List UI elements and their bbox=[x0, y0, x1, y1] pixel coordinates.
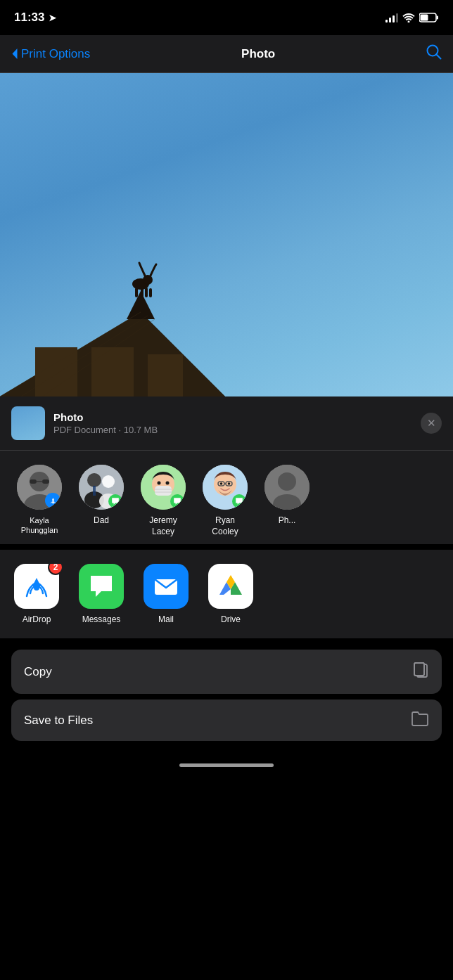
app-label-drive: Drive bbox=[221, 614, 241, 624]
contacts-section: KaylaPhungglan bbox=[0, 451, 453, 544]
app-item-messages[interactable]: Messages bbox=[76, 564, 127, 624]
svg-point-49 bbox=[278, 472, 296, 491]
back-button[interactable]: Print Options bbox=[11, 47, 90, 61]
save-to-files-action-row[interactable]: Save to Files bbox=[11, 699, 442, 741]
airdrop-icon-container: 2 bbox=[14, 564, 59, 609]
signal-bars bbox=[385, 13, 398, 22]
svg-rect-1 bbox=[421, 15, 428, 21]
search-icon bbox=[426, 44, 442, 60]
contact-item-ryan[interactable]: RyanCooley bbox=[197, 465, 253, 537]
contact-name-jeremy: JeremyLacey bbox=[149, 515, 177, 537]
copy-icon bbox=[412, 661, 429, 683]
svg-point-29 bbox=[87, 473, 101, 487]
status-icons bbox=[385, 13, 439, 22]
location-icon: ➤ bbox=[49, 13, 56, 23]
file-details: Photo PDF Document · 10.7 MB bbox=[53, 411, 158, 435]
building-scene-svg bbox=[0, 256, 453, 396]
status-time: 11:33 ➤ bbox=[14, 11, 56, 25]
folder-svg bbox=[411, 711, 429, 726]
back-chevron-icon bbox=[11, 48, 18, 60]
airdrop-badge-kayla bbox=[45, 493, 60, 508]
svg-point-31 bbox=[102, 475, 115, 488]
signal-bar-4 bbox=[396, 13, 398, 22]
svg-rect-16 bbox=[148, 354, 183, 396]
svg-rect-59 bbox=[414, 663, 424, 676]
messages-badge-icon-3 bbox=[235, 497, 243, 505]
app-item-airdrop[interactable]: 2 AirDrop bbox=[11, 564, 62, 624]
messages-badge-icon-2 bbox=[173, 497, 181, 505]
drive-svg bbox=[217, 572, 245, 600]
svg-rect-23 bbox=[30, 479, 37, 484]
messages-badge-ryan bbox=[232, 494, 246, 508]
ph-avatar-svg bbox=[264, 465, 310, 510]
apps-section: 2 AirDrop Messages bbox=[0, 550, 453, 638]
contact-name-kayla: KaylaPhungglan bbox=[21, 515, 58, 536]
contacts-scroll: KaylaPhungglan bbox=[0, 465, 453, 537]
airdrop-badge-icon bbox=[49, 496, 58, 505]
copy-label: Copy bbox=[24, 665, 52, 679]
signal-bar-2 bbox=[389, 18, 391, 22]
svg-rect-33 bbox=[93, 486, 96, 496]
svg-rect-15 bbox=[91, 347, 134, 396]
svg-rect-10 bbox=[135, 288, 138, 297]
app-label-mail: Mail bbox=[158, 614, 174, 624]
save-to-files-label: Save to Files bbox=[24, 714, 93, 728]
file-info-row: Photo PDF Document · 10.7 MB ✕ bbox=[0, 396, 453, 451]
avatar-ph bbox=[264, 465, 310, 510]
svg-rect-24 bbox=[42, 479, 49, 484]
home-indicator bbox=[0, 752, 453, 773]
copy-action-row[interactable]: Copy bbox=[11, 650, 442, 694]
file-info-left: Photo PDF Document · 10.7 MB bbox=[11, 406, 158, 440]
drive-icon-container bbox=[208, 564, 253, 609]
svg-rect-12 bbox=[145, 288, 148, 297]
wifi-icon bbox=[402, 13, 415, 22]
mail-bg bbox=[143, 564, 189, 609]
app-label-messages: Messages bbox=[82, 614, 121, 624]
signal-bar-3 bbox=[393, 15, 395, 22]
svg-point-46 bbox=[220, 482, 223, 485]
home-bar bbox=[179, 763, 274, 767]
contact-item-ph[interactable]: Ph... bbox=[259, 465, 315, 537]
folder-icon bbox=[411, 711, 429, 730]
avatar-ryan bbox=[203, 465, 248, 510]
status-bar: 11:33 ➤ bbox=[0, 0, 453, 35]
file-meta: PDF Document · 10.7 MB bbox=[53, 425, 158, 435]
drive-bg bbox=[208, 564, 253, 609]
contact-name-dad: Dad bbox=[94, 515, 109, 527]
messages-badge-jeremy bbox=[170, 494, 184, 508]
nav-bar: Print Options Photo bbox=[0, 35, 453, 73]
photo-preview bbox=[0, 73, 453, 396]
avatar-kayla bbox=[17, 465, 62, 510]
contact-name-ryan: RyanCooley bbox=[212, 515, 238, 537]
messages-badge-dad bbox=[108, 494, 122, 508]
action-section: Copy Save to Files bbox=[0, 650, 453, 741]
svg-rect-25 bbox=[36, 481, 43, 482]
messages-icon-container bbox=[79, 564, 124, 609]
file-thumbnail bbox=[11, 406, 45, 440]
file-close-button[interactable]: ✕ bbox=[421, 413, 442, 434]
nav-title: Photo bbox=[241, 47, 275, 61]
svg-rect-2 bbox=[437, 16, 439, 20]
app-label-airdrop: AirDrop bbox=[23, 614, 51, 624]
app-item-mail[interactable]: Mail bbox=[141, 564, 191, 624]
contact-name-ph: Ph... bbox=[279, 515, 296, 527]
time-label: 11:33 bbox=[14, 11, 44, 25]
mail-svg bbox=[152, 572, 180, 600]
app-item-drive[interactable]: Drive bbox=[205, 564, 256, 624]
svg-rect-38 bbox=[155, 486, 172, 496]
svg-marker-52 bbox=[32, 578, 41, 586]
svg-point-47 bbox=[228, 482, 231, 485]
avatar-dad bbox=[79, 465, 124, 510]
search-button[interactable] bbox=[426, 44, 442, 64]
apps-scroll: 2 AirDrop Messages bbox=[11, 564, 442, 624]
battery-icon bbox=[419, 13, 439, 22]
messages-badge-icon bbox=[111, 497, 120, 505]
contact-item-kayla[interactable]: KaylaPhungglan bbox=[11, 465, 68, 537]
airdrop-svg bbox=[23, 572, 51, 600]
contact-item-dad[interactable]: Dad bbox=[73, 465, 129, 537]
signal-bar-1 bbox=[385, 20, 388, 22]
svg-point-42 bbox=[214, 473, 236, 496]
svg-line-4 bbox=[436, 54, 440, 58]
messages-bg bbox=[79, 564, 124, 609]
contact-item-jeremy[interactable]: JeremyLacey bbox=[135, 465, 191, 537]
